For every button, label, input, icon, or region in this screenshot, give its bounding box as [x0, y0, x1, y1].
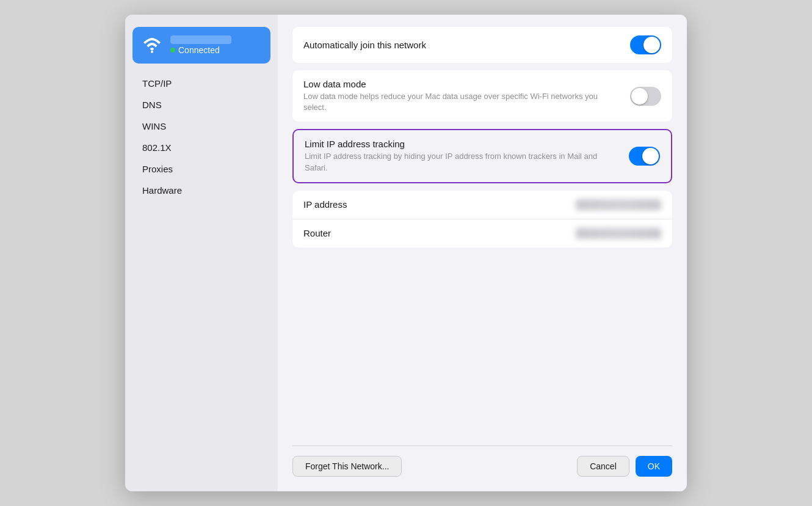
auto-join-toggle[interactable]	[630, 35, 661, 54]
sidebar-item-wins[interactable]: WINS	[132, 116, 270, 136]
wifi-icon	[141, 34, 163, 56]
network-status: Connected	[170, 45, 231, 55]
sidebar-item-proxies[interactable]: Proxies	[132, 159, 270, 179]
low-data-info: Low data mode Low data mode helps reduce…	[303, 79, 630, 113]
limit-ip-card: Limit IP address tracking Limit IP addre…	[292, 129, 672, 183]
wifi-settings-window: Connected TCP/IP DNS WINS 802.1X Proxies…	[125, 15, 687, 491]
low-data-toggle[interactable]	[630, 87, 661, 106]
sidebar-item-hardware[interactable]: Hardware	[132, 180, 270, 200]
status-dot	[170, 48, 175, 53]
low-data-row: Low data mode Low data mode helps reduce…	[292, 70, 672, 122]
bottom-right-buttons: Cancel OK	[572, 456, 672, 477]
sidebar-item-tcp-ip[interactable]: TCP/IP	[132, 73, 270, 94]
limit-ip-label: Limit IP address tracking	[305, 139, 619, 149]
auto-join-info: Automatically join this network	[303, 40, 630, 50]
low-data-toggle-track	[630, 87, 661, 106]
settings-area: Automatically join this network Low data…	[292, 27, 672, 438]
limit-ip-toggle-thumb	[642, 148, 659, 164]
status-label: Connected	[178, 45, 220, 55]
cancel-button[interactable]: Cancel	[577, 456, 629, 477]
bottom-bar: Forget This Network... Cancel OK	[292, 446, 672, 479]
auto-join-row: Automatically join this network	[292, 27, 672, 63]
forget-network-button[interactable]: Forget This Network...	[292, 456, 402, 477]
limit-ip-toggle[interactable]	[629, 147, 660, 166]
limit-ip-toggle-track	[629, 147, 660, 166]
ip-address-value	[576, 199, 661, 210]
auto-join-card: Automatically join this network	[292, 27, 672, 63]
low-data-sublabel: Low data mode helps reduce your Mac data…	[303, 91, 620, 113]
sidebar-item-8021x[interactable]: 802.1X	[132, 138, 270, 158]
sidebar-nav: TCP/IP DNS WINS 802.1X Proxies Hardware	[125, 73, 278, 200]
low-data-card: Low data mode Low data mode helps reduce…	[292, 70, 672, 122]
auto-join-toggle-thumb	[643, 37, 660, 53]
ok-button[interactable]: OK	[636, 456, 672, 477]
router-row: Router	[292, 219, 672, 248]
limit-ip-row: Limit IP address tracking Limit IP addre…	[294, 130, 671, 182]
sidebar-item-dns[interactable]: DNS	[132, 95, 270, 115]
auto-join-toggle-track	[630, 35, 661, 54]
svg-point-0	[151, 51, 153, 53]
router-label: Router	[303, 228, 331, 238]
sidebar: Connected TCP/IP DNS WINS 802.1X Proxies…	[125, 15, 278, 491]
limit-ip-info: Limit IP address tracking Limit IP addre…	[305, 139, 629, 173]
ip-address-row: IP address	[292, 191, 672, 219]
main-content: Automatically join this network Low data…	[278, 15, 687, 491]
auto-join-label: Automatically join this network	[303, 40, 620, 50]
low-data-label: Low data mode	[303, 79, 620, 89]
ip-router-card: IP address Router	[292, 191, 672, 248]
network-info: Connected	[170, 35, 231, 55]
router-value	[576, 228, 661, 239]
network-name-blur	[170, 35, 231, 44]
network-item[interactable]: Connected	[132, 27, 270, 64]
limit-ip-sublabel: Limit IP address tracking by hiding your…	[305, 151, 619, 173]
low-data-toggle-thumb	[631, 88, 648, 105]
ip-address-label: IP address	[303, 199, 347, 210]
